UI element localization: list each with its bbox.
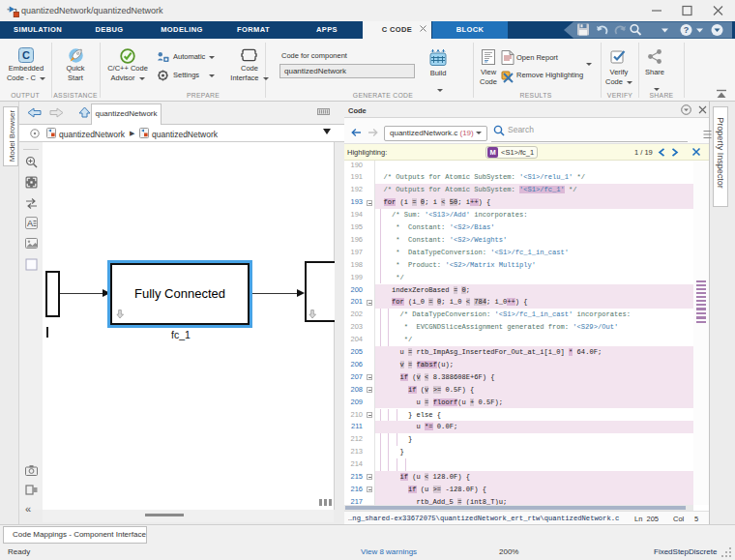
svg-text:?: ?: [684, 25, 690, 35]
svg-text:C: C: [22, 49, 30, 61]
svg-text:A: A: [27, 219, 33, 228]
